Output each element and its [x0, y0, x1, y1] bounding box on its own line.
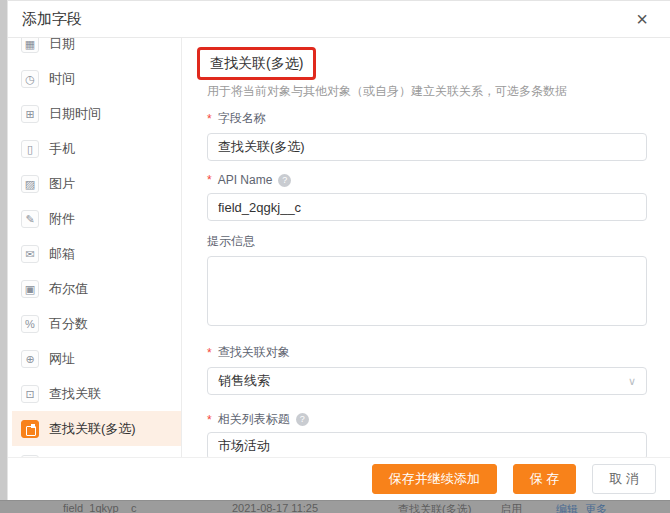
cancel-button[interactable]: 取 消 — [592, 464, 656, 494]
related-list-title-label: * 相关列表标题 ? — [207, 411, 647, 428]
field-type-sidebar: ▦日期◷时间⊞日期时间▯手机▨图片✎附件✉邮箱▣布尔值%百分数⊕网址⊡查找关联查… — [8, 38, 182, 457]
bg-cell-api-name: field_1qkyp__c — [63, 502, 136, 513]
bg-cell-status: 启用 — [500, 502, 522, 513]
bg-action-more: 更多 — [585, 502, 607, 513]
bg-action-edit: 编辑 — [556, 502, 578, 513]
sidebar-item-mobile[interactable]: ▯手机 — [12, 131, 181, 166]
dialog-body: ▦日期◷时间⊞日期时间▯手机▨图片✎附件✉邮箱▣布尔值%百分数⊕网址⊡查找关联查… — [8, 38, 670, 457]
sidebar-item-label: 图片 — [49, 175, 75, 193]
sidebar-item-url[interactable]: ⊕网址 — [12, 341, 181, 376]
url-icon: ⊕ — [21, 350, 39, 368]
sidebar-item-label: 附件 — [49, 210, 75, 228]
datetime-icon: ⊞ — [21, 105, 39, 123]
info-icon[interactable]: ? — [278, 174, 291, 187]
attachment-icon: ✎ — [21, 210, 39, 228]
field-type-icon — [21, 455, 39, 458]
email-icon: ✉ — [21, 245, 39, 263]
sidebar-item-label: 查找关联 — [49, 385, 101, 403]
close-icon[interactable]: × — [636, 9, 648, 29]
related-list-title-input[interactable] — [207, 432, 647, 457]
save-button[interactable]: 保 存 — [513, 464, 577, 494]
sidebar-item-clock[interactable]: ◷时间 — [12, 61, 181, 96]
sidebar-item-label: 布尔值 — [49, 280, 88, 298]
sidebar-item-lookup-multi[interactable]: 查找关联(多选) — [12, 411, 181, 446]
tip-label: 提示信息 — [207, 233, 647, 250]
lookup-object-select[interactable]: 销售线索 ∨ — [207, 367, 647, 395]
tip-textarea[interactable] — [207, 256, 647, 326]
sidebar-item-label: 日期时间 — [49, 105, 101, 123]
sidebar-list: ▦日期◷时间⊞日期时间▯手机▨图片✎附件✉邮箱▣布尔值%百分数⊕网址⊡查找关联查… — [21, 38, 181, 457]
dimmed-table-row: field_1qkyp__c 2021-08-17 11:25 查找关联(多选)… — [0, 500, 670, 513]
dialog-title: 添加字段 — [22, 10, 82, 29]
save-and-continue-button[interactable]: 保存并继续添加 — [372, 464, 497, 494]
percent-icon: % — [21, 315, 39, 333]
sidebar-item-label: 时间 — [49, 70, 75, 88]
add-field-dialog: 添加字段 × ▦日期◷时间⊞日期时间▯手机▨图片✎附件✉邮箱▣布尔值%百分数⊕网… — [7, 0, 670, 500]
clock-icon: ◷ — [21, 70, 39, 88]
sidebar-item-percent[interactable]: %百分数 — [12, 306, 181, 341]
sidebar-item-label: 网址 — [49, 350, 75, 368]
chevron-down-icon: ∨ — [628, 375, 636, 388]
sidebar-item-email[interactable]: ✉邮箱 — [12, 236, 181, 271]
bg-cell-type: 查找关联(多选) — [398, 502, 471, 513]
required-asterisk: * — [207, 173, 212, 187]
lookup-object-value: 销售线索 — [218, 372, 270, 390]
sidebar-item-label: 百分数 — [49, 315, 88, 333]
lookup-icon: ⊡ — [21, 385, 39, 403]
boolean-icon: ▣ — [21, 280, 39, 298]
red-annotation-box: 查找关联(多选) — [197, 47, 316, 80]
required-asterisk: * — [207, 112, 212, 126]
info-icon[interactable]: ? — [296, 413, 309, 426]
bg-cell-date: 2021-08-17 11:25 — [232, 502, 318, 513]
sidebar-item-label: 查找关联(多选) — [49, 420, 136, 438]
sidebar-item-datetime[interactable]: ⊞日期时间 — [12, 96, 181, 131]
field-type-heading: 查找关联(多选) — [210, 55, 303, 71]
field-type-description: 用于将当前对象与其他对象（或自身）建立关联关系，可选多条数据 — [207, 83, 647, 100]
sidebar-item-image[interactable]: ▨图片 — [12, 166, 181, 201]
lookup-multi-icon — [21, 420, 39, 438]
sidebar-item-label: 手机 — [49, 140, 75, 158]
field-name-label: * 字段名称 — [207, 110, 647, 127]
sidebar-item-label: 日期 — [49, 38, 75, 53]
image-icon: ▨ — [21, 175, 39, 193]
required-asterisk: * — [207, 413, 212, 427]
dialog-header: 添加字段 × — [8, 1, 670, 38]
field-config-form: 查找关联(多选) 用于将当前对象与其他对象（或自身）建立关联关系，可选多条数据 … — [182, 38, 670, 457]
sidebar-item-calendar[interactable]: ▦日期 — [12, 38, 181, 61]
sidebar-item-field-type[interactable] — [12, 446, 181, 457]
sidebar-item-attachment[interactable]: ✎附件 — [12, 201, 181, 236]
sidebar-item-boolean[interactable]: ▣布尔值 — [12, 271, 181, 306]
required-asterisk: * — [207, 346, 212, 360]
lookup-object-label: * 查找关联对象 — [207, 344, 647, 361]
api-name-input[interactable] — [207, 193, 647, 221]
calendar-icon: ▦ — [21, 38, 39, 53]
mobile-icon: ▯ — [21, 140, 39, 158]
field-name-input[interactable] — [207, 133, 647, 161]
api-name-label: * API Name ? — [207, 173, 647, 187]
sidebar-item-label: 邮箱 — [49, 245, 75, 263]
dialog-footer: 保存并继续添加 保 存 取 消 — [8, 457, 670, 500]
sidebar-item-lookup[interactable]: ⊡查找关联 — [12, 376, 181, 411]
